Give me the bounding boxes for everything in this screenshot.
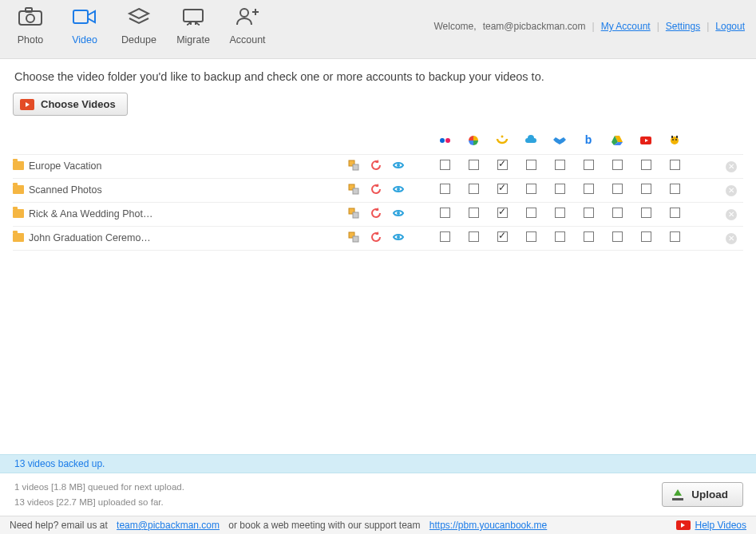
svg-point-27 xyxy=(397,235,400,239)
nav-label: Video xyxy=(72,34,97,45)
service-checkbox-flickr[interactable] xyxy=(440,160,450,170)
delete-row-icon[interactable]: ✕ xyxy=(726,161,737,172)
copy-icon[interactable] xyxy=(347,207,360,220)
nav-dedupe[interactable]: Dedupe xyxy=(120,6,158,45)
preview-icon[interactable] xyxy=(392,207,405,220)
nav-photo[interactable]: Photo xyxy=(11,6,49,45)
service-checkbox-google-photos[interactable] xyxy=(469,208,479,218)
svg-point-2 xyxy=(26,14,34,22)
service-checkbox-box[interactable] xyxy=(584,208,594,218)
retry-icon[interactable] xyxy=(370,183,382,196)
folder-name-cell[interactable]: Scanned Photos xyxy=(13,178,342,202)
choose-videos-button[interactable]: Choose Videos xyxy=(13,93,128,116)
folder-name-cell[interactable]: John Graduation Ceremo… xyxy=(13,226,342,250)
service-checkbox-google-drive[interactable] xyxy=(612,231,623,242)
service-checkbox-dropbox[interactable] xyxy=(555,208,565,218)
status-text: 1 videos [1.8 MB] queued for next upload… xyxy=(14,480,184,509)
service-checkbox-skydrive[interactable] xyxy=(526,208,536,218)
upload-label: Upload xyxy=(691,489,728,500)
nav-video[interactable]: Video xyxy=(65,6,104,45)
footer-booking-link[interactable]: https://pbm.youcanbook.me xyxy=(429,520,547,531)
upload-button[interactable]: Upload xyxy=(662,482,743,507)
retry-icon[interactable] xyxy=(370,159,382,172)
logout-link[interactable]: Logout xyxy=(715,21,745,32)
service-checkbox-box[interactable] xyxy=(584,160,594,170)
service-checkbox-smugmug[interactable] xyxy=(497,160,508,170)
folder-name: John Graduation Ceremo… xyxy=(29,232,151,243)
status-line-1: 1 videos [1.8 MB] queued for next upload… xyxy=(14,480,184,494)
folders-table: b Europe Vacation✕Scanned Photos✕Rick & … xyxy=(13,130,743,251)
folder-icon xyxy=(13,209,24,218)
service-checkbox-youtube[interactable] xyxy=(641,184,651,194)
preview-icon[interactable] xyxy=(392,159,405,172)
service-checkbox-flickr[interactable] xyxy=(440,231,450,242)
service-checkbox-youtube[interactable] xyxy=(641,160,651,170)
service-checkbox-google-drive[interactable] xyxy=(612,208,623,218)
table-row: John Graduation Ceremo…✕ xyxy=(13,226,743,250)
svg-rect-20 xyxy=(353,188,358,194)
service-checkbox-box[interactable] xyxy=(584,184,594,194)
nav-migrate[interactable]: Migrate xyxy=(174,6,212,45)
service-checkbox-other[interactable] xyxy=(670,160,680,170)
google-photos-icon xyxy=(466,133,481,148)
help-videos-link[interactable]: Help Videos xyxy=(695,520,747,531)
svg-rect-14 xyxy=(671,136,673,138)
delete-row-icon[interactable]: ✕ xyxy=(726,233,737,244)
service-checkbox-google-photos[interactable] xyxy=(469,160,479,170)
delete-row-icon[interactable]: ✕ xyxy=(726,185,737,196)
table-row: Scanned Photos✕ xyxy=(13,178,743,202)
copy-icon[interactable] xyxy=(347,231,360,243)
service-checkbox-skydrive[interactable] xyxy=(526,231,536,242)
service-checkbox-google-drive[interactable] xyxy=(612,184,623,194)
service-checkbox-other[interactable] xyxy=(670,231,680,242)
service-checkbox-box[interactable] xyxy=(584,231,594,242)
folder-icon xyxy=(13,161,24,170)
delete-row-icon[interactable]: ✕ xyxy=(726,209,737,220)
service-checkbox-youtube[interactable] xyxy=(641,208,651,218)
nav-account[interactable]: Account xyxy=(228,6,267,45)
service-checkbox-skydrive[interactable] xyxy=(526,184,536,194)
other-service-icon xyxy=(667,133,682,148)
folder-name: Scanned Photos xyxy=(29,184,102,196)
service-checkbox-google-photos[interactable] xyxy=(469,231,479,242)
layers-icon xyxy=(126,6,152,30)
preview-icon[interactable] xyxy=(392,183,405,196)
service-checkbox-other[interactable] xyxy=(670,208,680,218)
retry-icon[interactable] xyxy=(370,231,382,243)
service-checkbox-google-photos[interactable] xyxy=(469,184,479,194)
skydrive-icon xyxy=(524,133,538,148)
box-icon: b xyxy=(581,133,596,148)
service-checkbox-smugmug[interactable] xyxy=(497,231,508,242)
service-checkbox-dropbox[interactable] xyxy=(555,184,565,194)
service-checkbox-flickr[interactable] xyxy=(440,184,450,194)
retry-icon[interactable] xyxy=(370,207,382,220)
footer-email-link[interactable]: team@picbackman.com xyxy=(117,520,220,531)
nav-label: Dedupe xyxy=(121,34,156,45)
svg-rect-17 xyxy=(353,164,358,170)
service-checkbox-google-drive[interactable] xyxy=(612,160,623,170)
service-checkbox-youtube[interactable] xyxy=(641,231,651,242)
service-checkbox-flickr[interactable] xyxy=(440,208,450,218)
my-account-link[interactable]: My Account xyxy=(601,21,651,32)
preview-icon[interactable] xyxy=(392,231,405,243)
service-checkbox-dropbox[interactable] xyxy=(555,231,565,242)
service-checkbox-smugmug[interactable] xyxy=(497,184,508,194)
folder-name-cell[interactable]: Europe Vacation xyxy=(13,154,342,178)
svg-point-24 xyxy=(397,212,400,215)
settings-link[interactable]: Settings xyxy=(666,21,700,32)
folder-name-cell[interactable]: Rick & Ana Wedding Phot… xyxy=(13,202,342,226)
service-checkbox-skydrive[interactable] xyxy=(526,160,536,170)
choose-row: Choose Videos xyxy=(0,93,756,130)
separator: | xyxy=(592,21,595,32)
service-checkbox-other[interactable] xyxy=(670,184,680,194)
footer-prefix: Need help? email us at xyxy=(10,520,108,531)
svg-rect-4 xyxy=(184,10,203,22)
service-checkbox-dropbox[interactable] xyxy=(555,160,565,170)
status-line-2: 13 videos [22.7 MB] uploaded so far. xyxy=(14,495,184,509)
copy-icon[interactable] xyxy=(347,183,360,196)
service-checkbox-smugmug[interactable] xyxy=(497,208,508,218)
svg-point-7 xyxy=(445,138,450,143)
dropbox-icon xyxy=(552,133,567,148)
camera-icon xyxy=(18,6,43,30)
copy-icon[interactable] xyxy=(347,159,360,172)
